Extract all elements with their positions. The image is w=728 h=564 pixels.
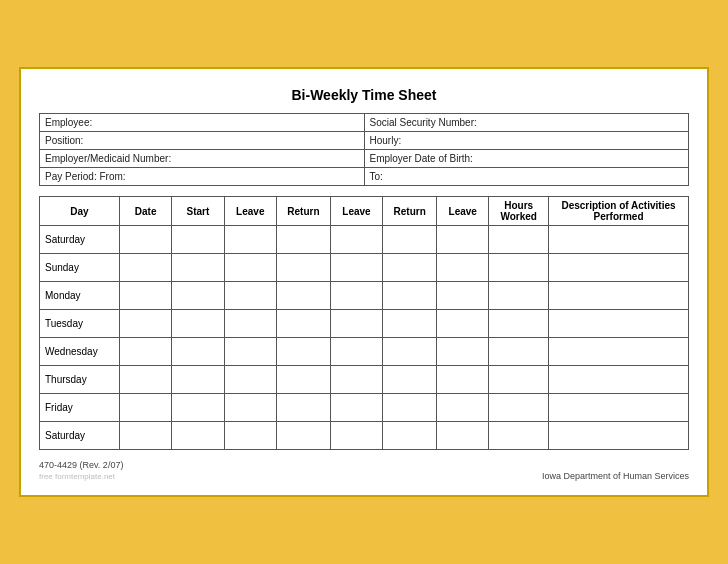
data-cell[interactable] <box>489 254 549 282</box>
data-cell[interactable] <box>437 338 489 366</box>
data-cell[interactable] <box>330 282 382 310</box>
data-cell[interactable] <box>383 366 437 394</box>
table-row: Tuesday <box>40 310 689 338</box>
data-cell[interactable] <box>172 254 224 282</box>
form-number: 470-4429 (Rev. 2/07) <box>39 460 123 470</box>
description-cell[interactable] <box>549 254 689 282</box>
col-leave2: Leave <box>330 197 382 226</box>
data-cell[interactable] <box>172 422 224 450</box>
data-cell[interactable] <box>489 366 549 394</box>
data-cell[interactable] <box>224 226 276 254</box>
data-cell[interactable] <box>383 338 437 366</box>
data-cell[interactable] <box>120 394 172 422</box>
data-cell[interactable] <box>224 366 276 394</box>
data-cell[interactable] <box>224 338 276 366</box>
table-row: Saturday <box>40 226 689 254</box>
data-cell[interactable] <box>437 226 489 254</box>
data-cell[interactable] <box>276 422 330 450</box>
data-cell[interactable] <box>120 422 172 450</box>
data-cell[interactable] <box>330 366 382 394</box>
watermark-text: free formtemplate.net <box>39 472 123 481</box>
data-cell[interactable] <box>172 394 224 422</box>
description-cell[interactable] <box>549 338 689 366</box>
data-cell[interactable] <box>224 254 276 282</box>
employer-medicaid-label: Employer/Medicaid Number: <box>40 150 365 168</box>
position-label: Position: <box>40 132 365 150</box>
data-cell[interactable] <box>489 394 549 422</box>
data-cell[interactable] <box>489 422 549 450</box>
col-return1: Return <box>276 197 330 226</box>
data-cell[interactable] <box>437 282 489 310</box>
table-row: Sunday <box>40 254 689 282</box>
data-cell[interactable] <box>383 282 437 310</box>
data-cell[interactable] <box>383 394 437 422</box>
data-cell[interactable] <box>120 226 172 254</box>
page-title: Bi-Weekly Time Sheet <box>39 87 689 103</box>
data-cell[interactable] <box>120 310 172 338</box>
table-row: Friday <box>40 394 689 422</box>
data-cell[interactable] <box>383 226 437 254</box>
day-cell: Saturday <box>40 422 120 450</box>
description-cell[interactable] <box>549 366 689 394</box>
data-cell[interactable] <box>437 366 489 394</box>
time-table: Day Date Start Leave Return Leave Return… <box>39 196 689 450</box>
data-cell[interactable] <box>330 310 382 338</box>
data-cell[interactable] <box>330 338 382 366</box>
table-row: Wednesday <box>40 338 689 366</box>
data-cell[interactable] <box>383 310 437 338</box>
data-cell[interactable] <box>330 422 382 450</box>
data-cell[interactable] <box>120 366 172 394</box>
data-cell[interactable] <box>224 422 276 450</box>
data-cell[interactable] <box>276 394 330 422</box>
data-cell[interactable] <box>489 338 549 366</box>
data-cell[interactable] <box>224 394 276 422</box>
data-cell[interactable] <box>172 310 224 338</box>
data-cell[interactable] <box>276 310 330 338</box>
pay-period-to-label: To: <box>364 168 689 186</box>
data-cell[interactable] <box>172 338 224 366</box>
table-row: Saturday <box>40 422 689 450</box>
info-table: Employee: Social Security Number: Positi… <box>39 113 689 186</box>
data-cell[interactable] <box>120 282 172 310</box>
data-cell[interactable] <box>383 422 437 450</box>
ssn-label: Social Security Number: <box>364 114 689 132</box>
description-cell[interactable] <box>549 226 689 254</box>
data-cell[interactable] <box>330 226 382 254</box>
data-cell[interactable] <box>437 422 489 450</box>
data-cell[interactable] <box>489 310 549 338</box>
data-cell[interactable] <box>437 310 489 338</box>
description-cell[interactable] <box>549 422 689 450</box>
data-cell[interactable] <box>224 310 276 338</box>
pay-period-from-label: Pay Period: From: <box>40 168 365 186</box>
hourly-label: Hourly: <box>364 132 689 150</box>
data-cell[interactable] <box>276 282 330 310</box>
data-cell[interactable] <box>437 394 489 422</box>
table-header-row: Day Date Start Leave Return Leave Return… <box>40 197 689 226</box>
description-cell[interactable] <box>549 394 689 422</box>
footer: 470-4429 (Rev. 2/07) free formtemplate.n… <box>39 460 689 481</box>
data-cell[interactable] <box>120 338 172 366</box>
data-cell[interactable] <box>224 282 276 310</box>
data-cell[interactable] <box>276 254 330 282</box>
col-start: Start <box>172 197 224 226</box>
data-cell[interactable] <box>330 394 382 422</box>
description-cell[interactable] <box>549 282 689 310</box>
data-cell[interactable] <box>489 226 549 254</box>
info-row-2: Position: Hourly: <box>40 132 689 150</box>
data-cell[interactable] <box>383 254 437 282</box>
data-cell[interactable] <box>172 366 224 394</box>
col-hours-worked: HoursWorked <box>489 197 549 226</box>
description-cell[interactable] <box>549 310 689 338</box>
data-cell[interactable] <box>120 254 172 282</box>
data-cell[interactable] <box>172 282 224 310</box>
col-leave1: Leave <box>224 197 276 226</box>
data-cell[interactable] <box>276 226 330 254</box>
data-cell[interactable] <box>276 338 330 366</box>
data-cell[interactable] <box>172 226 224 254</box>
info-row-1: Employee: Social Security Number: <box>40 114 689 132</box>
day-cell: Wednesday <box>40 338 120 366</box>
data-cell[interactable] <box>489 282 549 310</box>
data-cell[interactable] <box>330 254 382 282</box>
data-cell[interactable] <box>276 366 330 394</box>
data-cell[interactable] <box>437 254 489 282</box>
